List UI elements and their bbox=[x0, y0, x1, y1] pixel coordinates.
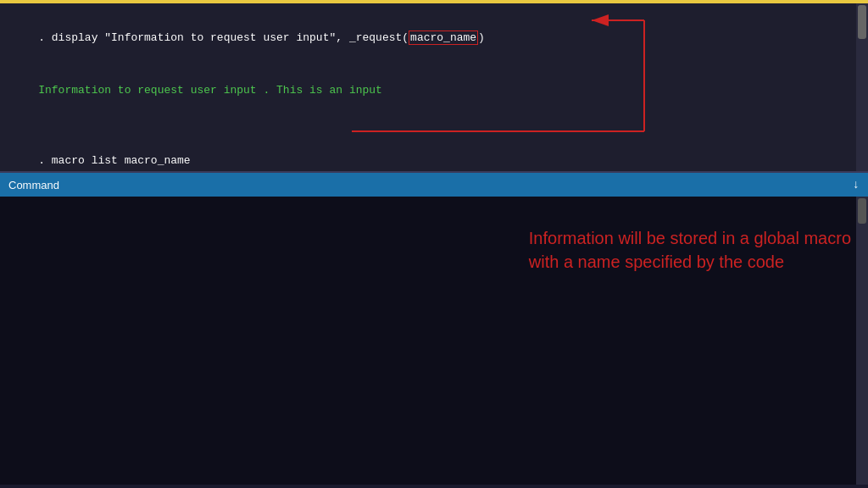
terminal-line-3 bbox=[12, 118, 856, 136]
terminal-line-2: Information to request user input . This… bbox=[12, 64, 856, 117]
command-bar: Command ↓ bbox=[0, 173, 868, 197]
line4-text: . macro list macro_name bbox=[38, 154, 190, 167]
bottom-scrollbar[interactable] bbox=[856, 197, 868, 485]
line1-suffix: ) bbox=[478, 31, 485, 44]
terminal-scrollbar[interactable] bbox=[856, 3, 868, 171]
bottom-panel: Information will be stored in a global m… bbox=[0, 197, 868, 485]
annotation-text: Information will be stored in a global m… bbox=[529, 226, 851, 274]
terminal-line-1: . display "Information to request user i… bbox=[12, 12, 856, 64]
macro-name-highlighted: macro_name bbox=[409, 30, 478, 45]
command-bar-icon: ↓ bbox=[853, 178, 860, 191]
line2-text: Information to request user input . This… bbox=[38, 84, 382, 97]
terminal-area: . display "Information to request user i… bbox=[0, 3, 868, 173]
command-bar-label: Command bbox=[8, 179, 59, 191]
scrollbar-thumb[interactable] bbox=[858, 5, 866, 39]
bottom-scrollbar-thumb[interactable] bbox=[858, 198, 866, 224]
annotation-line2: with a name specified by the code bbox=[529, 252, 784, 271]
annotation-line1: Information will be stored in a global m… bbox=[529, 229, 851, 247]
line1-prefix: . display "Information to request user i… bbox=[38, 31, 409, 44]
